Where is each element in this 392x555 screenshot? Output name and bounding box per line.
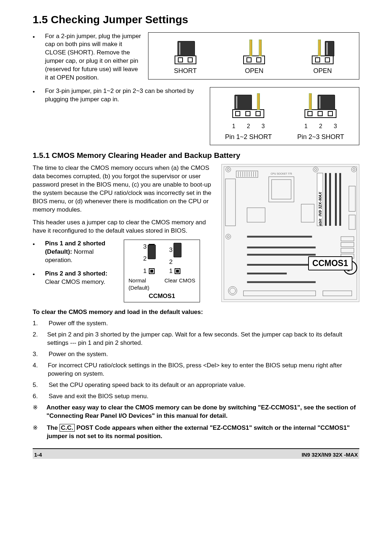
pins23-text: Pins 2 and 3 shorted: Clear CMOS memory. [45, 270, 118, 286]
label-pin12: Pin 1~2 SHORT [225, 132, 272, 141]
section-heading: 1.5.1 CMOS Memory Clearing Header and Ba… [33, 150, 359, 160]
bullet-dot: • [33, 32, 35, 82]
paragraph-1: The time to clear the CMOS memory occurs… [33, 164, 215, 214]
clear-steps-heading: To clear the CMOS memory and load in the… [33, 308, 359, 317]
label-open-1: OPEN [245, 66, 264, 75]
svg-point-8 [227, 236, 229, 238]
note-1: Another easy way to clear the CMOS memor… [46, 404, 359, 420]
motherboard-diagram: CPU SOCKET 775 abit IN9 32X-MAX [221, 164, 359, 302]
step-1: Power off the system. [49, 319, 108, 328]
note-mark-icon: ※ [33, 424, 38, 441]
step-3: Power on the system. [49, 350, 108, 359]
svg-point-6 [353, 168, 355, 171]
board-ccmos-label: CCMOS1 [308, 256, 352, 270]
svg-rect-10 [271, 180, 291, 199]
three-pin-diagram: 123 Pin 1~2 SHORT 123 Pin 2~3 SHORT [210, 87, 359, 145]
svg-text:abit: abit [318, 219, 322, 226]
two-pin-diagram: SHORT OPEN OPEN [148, 32, 359, 79]
cc-boxed-label: C.C. [60, 424, 75, 432]
svg-point-3 [313, 167, 318, 172]
label-open-2: OPEN [313, 66, 332, 75]
svg-point-45 [230, 288, 236, 294]
svg-point-2 [227, 168, 229, 171]
step-2: Set pin 2 and pin 3 shorted by the jumpe… [47, 331, 359, 347]
bullet-dot: • [33, 240, 35, 265]
step-4: For incorrect CPU ratio/clock settings i… [48, 362, 359, 378]
svg-text:CPU SOCKET 775: CPU SOCKET 775 [271, 172, 292, 175]
svg-rect-42 [341, 248, 354, 253]
ccmos-normal-label: Normal [128, 277, 150, 284]
svg-rect-31 [225, 179, 236, 226]
svg-rect-29 [349, 186, 355, 212]
pins12-text: Pins 1 and 2 shorted (Default): Normal o… [45, 240, 118, 265]
label-short: SHORT [174, 66, 197, 75]
page-title: 1.5 Checking Jumper Settings [33, 12, 359, 27]
bullet-dot: • [33, 270, 35, 286]
svg-rect-47 [323, 291, 352, 296]
svg-point-7 [226, 234, 231, 239]
ccmos-default-label: (Default) [128, 284, 150, 291]
svg-rect-46 [244, 291, 316, 296]
label-pin23: Pin 2~3 SHORT [297, 132, 344, 141]
paragraph-2: This header uses a jumper cap to clear t… [33, 219, 215, 235]
footer-page-number: 1-4 [34, 451, 42, 458]
svg-rect-9 [269, 177, 294, 202]
svg-rect-40 [341, 237, 354, 241]
step-6: Save and exit the BIOS setup menu. [49, 392, 148, 401]
note-mark-icon: ※ [33, 404, 38, 420]
bullet-text-3pin: For 3-pin jumper, pin 1~2 or pin 2~3 can… [45, 87, 203, 104]
svg-rect-32 [247, 208, 265, 223]
bullet-text-2pin: For a 2-pin jumper, plug the jumper cap … [45, 32, 142, 82]
svg-rect-0 [224, 167, 357, 299]
step-5: Set the CPU operating speed back to its … [49, 381, 245, 389]
svg-rect-41 [341, 242, 354, 247]
svg-point-1 [226, 167, 231, 172]
footer-model: IN9 32X/IN9 32X -MAX [302, 451, 358, 458]
svg-rect-33 [301, 204, 314, 223]
ccmos-diagram: 3 2 1 3 2 [124, 240, 200, 302]
page-footer: 1-4 IN9 32X/IN9 32X -MAX [33, 448, 359, 458]
note-2: The C.C. POST Code appears when either t… [47, 424, 359, 441]
steps-list: 1.Power off the system. 2.Set pin 2 and … [33, 319, 359, 401]
ccmos-title: CCMOS1 [149, 292, 175, 301]
bullet-dot: • [33, 87, 35, 104]
svg-text:IN9 32X-MAX: IN9 32X-MAX [318, 192, 322, 216]
svg-point-4 [315, 168, 317, 171]
svg-point-5 [351, 167, 356, 172]
svg-rect-30 [349, 215, 355, 230]
ccmos-clear-label: Clear CMOS [164, 277, 195, 292]
